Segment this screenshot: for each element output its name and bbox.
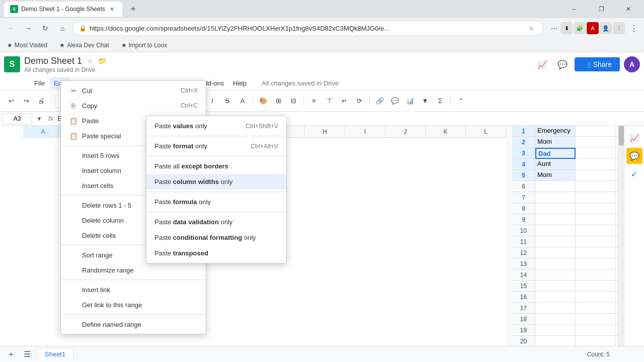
row-num-2[interactable]: 2 <box>512 137 535 148</box>
expand-button[interactable]: ⌃ <box>454 94 468 108</box>
col-header-J[interactable]: J <box>385 126 426 137</box>
forward-button[interactable]: → <box>21 21 35 35</box>
ps-values-only[interactable]: Paste values only Ctrl+Shift+V <box>146 118 286 134</box>
row-num-1[interactable]: 1 <box>512 126 535 137</box>
row-num-12[interactable]: 12 <box>512 247 535 258</box>
cell-A6[interactable] <box>535 181 576 192</box>
col-header-L[interactable]: L <box>466 126 506 137</box>
user-icon[interactable]: 👤 <box>600 22 612 34</box>
sheet-tab-sheet1[interactable]: Sheet1 <box>36 348 74 360</box>
vertical-scrollbar[interactable] <box>618 126 624 362</box>
row-num-19[interactable]: 19 <box>512 325 535 336</box>
cell-A4[interactable]: Aunt <box>535 159 576 170</box>
text-color-button[interactable]: A <box>235 94 250 108</box>
ps-transposed[interactable]: Paste transposed <box>146 245 286 261</box>
bookmark-most-visited[interactable]: ★ Most Visited <box>4 41 50 50</box>
chart-explore-icon[interactable]: 📈 <box>534 56 550 72</box>
share-button[interactable]: 👥 Share <box>575 57 620 71</box>
home-button[interactable]: ⌂ <box>55 21 69 35</box>
ctx-get-link[interactable]: Get link to this range <box>61 297 206 312</box>
cell-A3[interactable]: Dad <box>535 148 576 159</box>
ps-column-widths[interactable]: Paste column widths only <box>146 174 286 190</box>
row-num-6[interactable]: 6 <box>512 181 535 192</box>
valign-button[interactable]: ⊤ <box>322 94 336 108</box>
ctx-insert-link[interactable]: Insert link <box>61 282 206 297</box>
bookmark-loox[interactable]: ★ Import to Loox <box>118 41 171 50</box>
row-num-20[interactable]: 20 <box>512 336 535 347</box>
cell-A1[interactable]: Emergency <box>535 126 576 137</box>
undo-button[interactable]: ↩ <box>4 94 18 108</box>
fill-color-button[interactable]: 🎨 <box>256 94 270 108</box>
ps-conditional-formatting[interactable]: Paste conditional formatting only <box>146 230 286 245</box>
col-header-I[interactable]: I <box>345 126 385 137</box>
redo-button[interactable]: ↪ <box>19 94 33 108</box>
tab-close-button[interactable]: ✕ <box>108 5 116 13</box>
cell-B2[interactable] <box>576 137 616 148</box>
add-sheet-button[interactable]: + <box>4 347 18 361</box>
strikethrough-button[interactable]: S <box>220 94 234 108</box>
settings-icon[interactable]: ⋮ <box>613 22 625 34</box>
close-button[interactable]: ✕ <box>617 2 640 17</box>
menu-file[interactable]: File <box>30 77 49 89</box>
ps-data-validation[interactable]: Paste data validation only <box>146 214 286 230</box>
minimize-button[interactable]: – <box>562 2 586 17</box>
wrap-button[interactable]: ↵ <box>337 94 351 108</box>
filter-button[interactable]: ▼ <box>418 94 432 108</box>
formula-expand-button[interactable]: ▼ <box>34 114 44 124</box>
ps-formula-only[interactable]: Paste formula only <box>146 194 286 210</box>
address-bar[interactable]: 🔒 https://docs.google.com/spreadsheets/d… <box>72 21 543 36</box>
comment-icon[interactable]: 💬 <box>554 56 571 72</box>
ps-format-only[interactable]: Paste format only Ctrl+Alt+V <box>146 138 286 154</box>
reload-button[interactable]: ↻ <box>38 21 52 35</box>
cell-B5[interactable] <box>576 170 616 181</box>
bookmark-alexa[interactable]: ★ Alexa Dev Chat <box>56 41 112 50</box>
ctx-define-range[interactable]: Define named range <box>61 317 206 332</box>
row-num-11[interactable]: 11 <box>512 236 535 247</box>
col-header-K[interactable]: K <box>426 126 466 137</box>
row-num-9[interactable]: 9 <box>512 214 535 225</box>
side-check-icon[interactable]: ✓ <box>626 166 642 182</box>
cell-A5[interactable]: Mom <box>535 170 576 181</box>
browser-tab[interactable]: S Demo Sheet 1 - Google Sheets ✕ <box>4 2 122 17</box>
print-button[interactable]: 🖨 <box>34 94 48 108</box>
row-num-5[interactable]: 5 <box>512 170 535 181</box>
row-num-15[interactable]: 15 <box>512 281 535 292</box>
row-num-8[interactable]: 8 <box>512 203 535 214</box>
menu-help[interactable]: Help <box>229 77 251 89</box>
side-explore-icon[interactable]: 📈 <box>626 130 642 146</box>
maximize-button[interactable]: ❐ <box>590 2 613 17</box>
row-num-17[interactable]: 17 <box>512 303 535 314</box>
back-button[interactable]: ← <box>4 21 18 35</box>
align-button[interactable]: ≡ <box>307 94 321 108</box>
ctx-cut[interactable]: ✂ Cut Ctrl+X <box>61 83 206 98</box>
borders-button[interactable]: ⊞ <box>271 94 285 108</box>
cell-reference-box[interactable] <box>2 113 32 124</box>
ctx-copy[interactable]: ⎘ Copy Ctrl+C <box>61 98 206 113</box>
user-avatar[interactable]: A <box>624 56 640 72</box>
row-num-7[interactable]: 7 <box>512 192 535 203</box>
italic-button[interactable]: I <box>205 94 219 108</box>
extensions-icon[interactable]: ⋯ <box>548 23 559 34</box>
link-button[interactable]: 🔗 <box>373 94 387 108</box>
side-comment-icon[interactable]: 💬 <box>626 148 642 164</box>
row-num-16[interactable]: 16 <box>512 292 535 303</box>
row-num-18[interactable]: 18 <box>512 314 535 325</box>
cell-B4[interactable] <box>576 159 616 170</box>
comment-button[interactable]: 💬 <box>388 94 402 108</box>
browser-menu-button[interactable]: ⋮ <box>628 22 640 34</box>
rotate-button[interactable]: ⟳ <box>352 94 366 108</box>
col-header-H[interactable]: H <box>305 126 345 137</box>
ctx-randomize[interactable]: Randomize range <box>61 262 206 278</box>
row-num-3[interactable]: 3 <box>512 148 535 159</box>
row-num-13[interactable]: 13 <box>512 258 535 269</box>
function-button[interactable]: Σ <box>433 94 447 108</box>
cell-A2[interactable]: Mom <box>535 137 576 148</box>
extensions-menu[interactable]: 🧩 <box>574 22 586 34</box>
ps-all-except-borders[interactable]: Paste all except borders <box>146 158 286 174</box>
row-num-10[interactable]: 10 <box>512 225 535 236</box>
row-num-4[interactable]: 4 <box>512 159 535 170</box>
col-header-A[interactable]: A <box>23 126 63 137</box>
merge-button[interactable]: ⊟ <box>286 94 300 108</box>
cell-B3[interactable] <box>576 148 616 159</box>
sheet-list-button[interactable]: ☰ <box>20 347 34 361</box>
